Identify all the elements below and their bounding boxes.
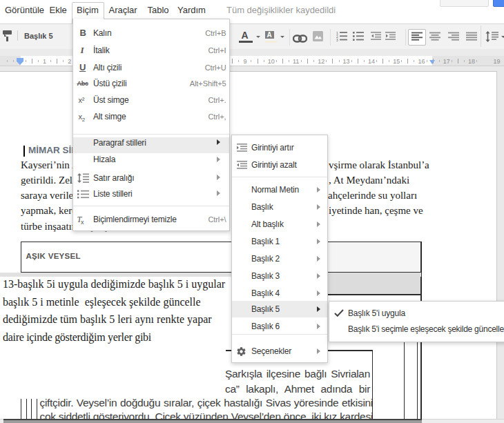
svg-text:3: 3 [336, 38, 338, 41]
